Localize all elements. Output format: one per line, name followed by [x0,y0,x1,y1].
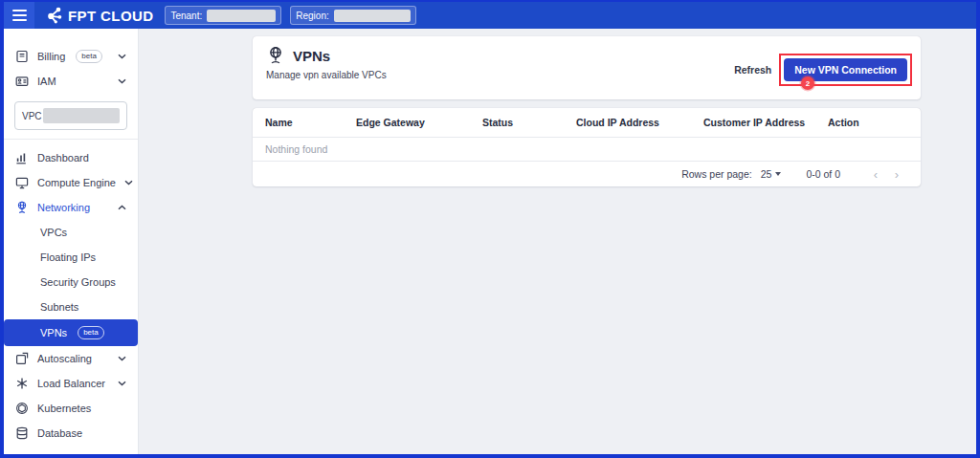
column-header-action: Action [815,108,921,138]
sidebar: Billing beta IAM VPC [4,29,139,454]
sidebar-item-label: Load Balancer [37,378,105,389]
sidebar-item-label: Networking [37,202,90,213]
sidebar-item-label: Billing [37,51,65,62]
logo-text: FPT CLOUD [68,8,153,24]
database-icon [15,426,29,440]
autoscaling-icon [15,352,29,365]
sidebar-item-label: Kubernetes [37,403,91,414]
column-header-name: Name [253,108,344,138]
sidebar-item-security-groups[interactable]: Security Groups [4,270,138,294]
pagination-range: 0-0 of 0 [806,168,840,180]
sidebar-item-billing[interactable]: Billing beta [4,44,138,69]
sidebar-item-label: VPCs [40,227,67,238]
chevron-down-icon [118,381,126,386]
topbar: FPT CLOUD Tenant: Region: [4,2,976,29]
sidebar-item-label: Floating IPs [40,251,96,263]
vpns-table: Name Edge Gateway Status Cloud IP Addres… [253,108,921,162]
sidebar-item-database[interactable]: Database [4,421,138,446]
chevron-up-icon [118,205,126,210]
sidebar-item-label: Security Groups [40,276,116,288]
sidebar-item-label: Database [37,427,82,439]
sidebar-item-compute-engine[interactable]: Compute Engine [4,170,138,195]
iam-icon [15,75,29,88]
vpc-value-redacted [43,108,120,123]
sidebar-divider [4,139,138,140]
globe-stand-icon [266,46,285,65]
vpc-select[interactable]: VPC [14,101,127,130]
networking-globe-icon [15,201,29,214]
table-header-row: Name Edge Gateway Status Cloud IP Addres… [253,108,921,138]
app-window: FPT CLOUD Tenant: Region: Billing beta [0,0,980,458]
fpt-cloud-logo[interactable]: FPT CLOUD [44,6,153,25]
sidebar-item-label: Compute Engine [37,177,116,188]
tenant-selector[interactable]: Tenant: [165,6,281,25]
region-label: Region: [296,11,328,21]
column-header-customer-ip: Customer IP Address [691,108,815,138]
sidebar-menu: Dashboard Compute Engine [4,145,138,446]
table-pagination: Rows per page: 25 0-0 of 0 ‹ › [253,162,921,186]
page-heading: VPNs Manage vpn available VPCs [266,46,387,90]
sidebar-item-iam[interactable]: IAM [4,69,138,94]
compute-engine-icon [15,176,29,189]
vpc-select-prefix: VPC [22,111,42,121]
sidebar-item-vpcs[interactable]: VPCs [4,220,138,245]
sidebar-item-networking[interactable]: Networking [4,195,138,220]
column-header-status: Status [470,108,564,138]
region-value-redacted [334,10,411,22]
tenant-value-redacted [207,10,276,22]
column-header-cloud-ip: Cloud IP Address [564,108,691,138]
sidebar-item-subnets[interactable]: Subnets [4,294,138,319]
refresh-button[interactable]: Refresh [734,64,771,76]
chevron-down-icon [118,78,126,84]
sidebar-item-load-balancer[interactable]: Load Balancer [4,371,138,396]
dashboard-icon [15,151,29,164]
network-nodes-logo-icon [44,6,63,25]
beta-badge: beta [78,326,104,339]
vpns-table-card: Name Edge Gateway Status Cloud IP Addres… [253,108,921,186]
sidebar-item-label: Subnets [40,301,78,313]
tenant-label: Tenant: [170,11,202,21]
caret-down-icon [775,172,781,176]
sidebar-item-autoscaling[interactable]: Autoscaling [4,346,138,371]
chevron-down-icon [118,54,126,59]
content-area: VPNs Manage vpn available VPCs Refresh N… [139,29,976,454]
load-balancer-icon [15,377,29,390]
billing-icon [15,50,29,63]
hamburger-menu-button[interactable] [4,2,34,29]
kubernetes-icon [15,402,29,415]
previous-page-button[interactable]: ‹ [865,167,886,182]
page-subtitle: Manage vpn available VPCs [266,70,387,80]
rows-per-page-label: Rows per page: [681,168,752,180]
rows-per-page-select[interactable]: 25 [761,168,782,180]
sidebar-item-floating-ips[interactable]: Floating IPs [4,245,138,270]
annotation-number-badge: 2 [801,76,814,90]
sidebar-item-label: Autoscaling [37,353,92,364]
chevron-down-icon [118,356,126,361]
sidebar-item-vpns[interactable]: VPNs beta [4,319,138,346]
sidebar-item-kubernetes[interactable]: Kubernetes [4,396,138,421]
vpns-header-card: VPNs Manage vpn available VPCs Refresh N… [253,36,921,99]
empty-state-text: Nothing found [253,138,921,162]
beta-badge: beta [76,50,102,63]
sidebar-item-dashboard[interactable]: Dashboard [4,145,138,170]
hamburger-icon [12,10,27,11]
empty-state-row: Nothing found [253,138,921,162]
rows-per-page-value: 25 [761,168,772,180]
page-title: VPNs [293,48,330,64]
next-page-button[interactable]: › [886,167,907,182]
column-header-edge-gateway: Edge Gateway [344,108,470,138]
sidebar-item-label: IAM [37,76,56,87]
sidebar-item-label: VPNs [40,327,67,338]
sidebar-item-label: Dashboard [37,152,89,164]
region-selector[interactable]: Region: [290,6,415,25]
chevron-down-icon [124,180,133,185]
